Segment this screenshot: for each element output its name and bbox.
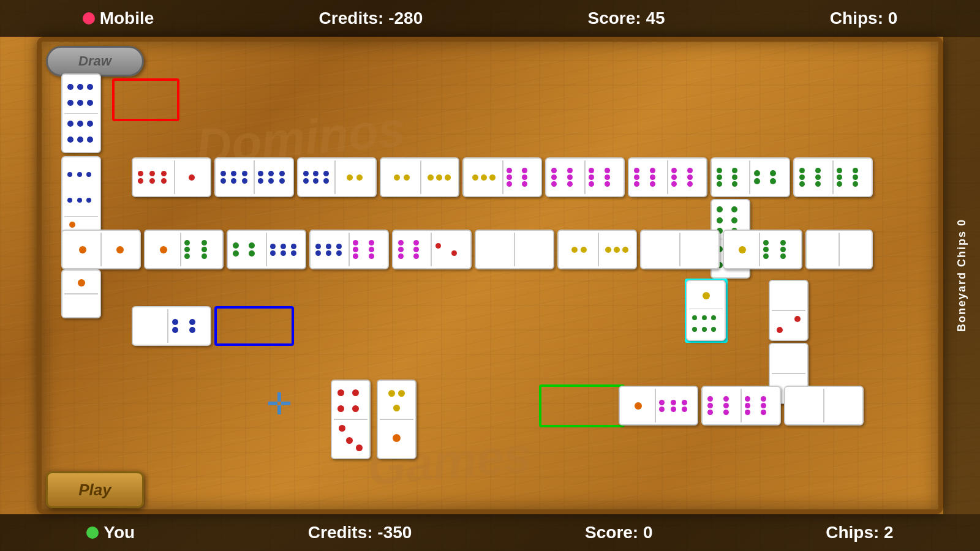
domino-row2-1[interactable]	[61, 230, 141, 269]
mobile-player-status: Mobile	[83, 9, 154, 28]
top-bar: Mobile Credits: -280 Score: 45 Chips: 0	[0, 0, 980, 37]
you-player-status: You	[86, 523, 135, 542]
domino-row2-9[interactable]	[723, 230, 802, 269]
domino-row2-8[interactable]	[640, 230, 720, 269]
domino-col-left-1[interactable]	[61, 156, 101, 236]
player-hand-2[interactable]	[377, 380, 417, 459]
domino-col-left-2[interactable]	[61, 269, 101, 318]
domino-row1-6[interactable]	[545, 157, 625, 197]
game-container: Dominos Games Mobile Credits: -280 Score…	[0, 0, 980, 551]
domino-row2-4[interactable]	[309, 230, 389, 269]
red-selection	[112, 78, 179, 121]
player-hand-1[interactable]	[331, 380, 371, 459]
domino-row1-7[interactable]	[628, 157, 707, 197]
domino-bottom-2[interactable]	[701, 386, 781, 425]
mobile-credits: Credits: -280	[319, 9, 423, 28]
domino-row2-6[interactable]	[475, 230, 554, 269]
draw-button[interactable]: Draw	[46, 46, 144, 77]
right-sidebar: Boneyard Chips 0	[943, 37, 980, 514]
domino-tile-1[interactable]	[61, 73, 101, 153]
domino-col-right-3[interactable]	[769, 280, 809, 341]
domino-row1-4[interactable]	[380, 157, 459, 197]
domino-row3-1[interactable]	[132, 306, 211, 346]
play-button[interactable]: Play	[46, 471, 144, 508]
domino-row1-8[interactable]	[710, 157, 790, 197]
domino-row1-1[interactable]	[132, 157, 211, 197]
domino-row1-3[interactable]	[297, 157, 377, 197]
mobile-chips: Chips: 0	[830, 9, 897, 28]
game-frame	[37, 37, 943, 514]
mobile-label: Mobile	[100, 9, 154, 28]
domino-row2-7[interactable]	[557, 230, 637, 269]
blue-selection	[214, 306, 294, 346]
domino-row2-2[interactable]	[144, 230, 224, 269]
you-indicator	[86, 527, 99, 539]
domino-bottom-3[interactable]	[784, 386, 864, 425]
you-chips: Chips: 2	[826, 523, 893, 542]
mobile-indicator	[83, 12, 95, 24]
you-credits: Credits: -350	[308, 523, 412, 542]
domino-row2-10[interactable]	[805, 230, 873, 269]
you-score: Score: 0	[585, 523, 653, 542]
domino-row1-5[interactable]	[462, 157, 542, 197]
domino-row2-5[interactable]	[392, 230, 472, 269]
you-label: You	[104, 523, 135, 542]
move-cursor: ✛	[266, 386, 292, 422]
boneyard-label: Boneyard Chips 0	[956, 219, 968, 332]
bottom-bar: You Credits: -350 Score: 0 Chips: 2	[0, 514, 980, 551]
domino-bottom-1[interactable]	[619, 386, 698, 425]
domino-col-right-2[interactable]	[686, 280, 726, 341]
domino-row1-9[interactable]	[793, 157, 873, 197]
green-selection	[539, 384, 625, 427]
domino-row1-2[interactable]	[214, 157, 294, 197]
mobile-score: Score: 45	[588, 9, 665, 28]
domino-row2-3[interactable]	[227, 230, 306, 269]
